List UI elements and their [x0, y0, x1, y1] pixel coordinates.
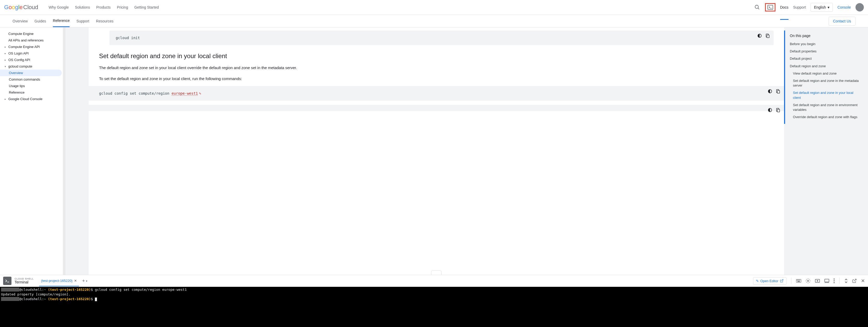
code-block-gcloud-init: gcloud init — [110, 31, 774, 45]
svg-rect-15 — [825, 279, 829, 282]
toc-item-4[interactable]: View default region and zone — [790, 70, 860, 77]
theme-toggle-icon[interactable] — [757, 33, 762, 38]
main-header: Google Cloud Why Google Solutions Produc… — [0, 0, 868, 15]
sidebar-item-9[interactable]: Reference — [0, 89, 65, 96]
code-block-partial — [89, 105, 784, 111]
gear-icon[interactable] — [805, 278, 811, 284]
subnav-support[interactable]: Support — [76, 16, 89, 27]
monitor-icon[interactable] — [824, 278, 830, 283]
sidebar-item-label: Common commands — [9, 78, 40, 81]
close-shell-icon[interactable]: ✕ — [861, 278, 865, 284]
caret-icon: ▸ — [5, 52, 7, 55]
toc-item-8[interactable]: Override default region and zone with fl… — [790, 113, 860, 121]
svg-point-10 — [799, 280, 799, 280]
toc-item-2[interactable]: Default project — [790, 55, 860, 62]
sidebar-item-0[interactable]: Compute Engine — [0, 31, 65, 37]
sidebar-item-4[interactable]: ▸OS Config API — [0, 57, 65, 63]
svg-rect-4 — [777, 90, 780, 93]
sidebar-item-label: OS Config API — [8, 58, 30, 62]
toc-item-6[interactable]: Set default region and zone in your loca… — [790, 89, 860, 101]
sidebar-item-3[interactable]: ▸OS Login API — [0, 50, 65, 57]
user-avatar[interactable] — [856, 3, 864, 11]
sub-nav: Overview Guides Reference Support Resour… — [0, 15, 868, 27]
svg-point-12 — [808, 280, 809, 281]
nav-solutions[interactable]: Solutions — [75, 5, 90, 9]
close-icon[interactable]: ✕ — [74, 279, 77, 283]
web-preview-icon[interactable] — [815, 279, 820, 283]
svg-point-11 — [800, 280, 800, 280]
plus-icon: + — [82, 278, 85, 284]
copy-icon[interactable] — [776, 89, 780, 94]
nav-why-google[interactable]: Why Google — [49, 5, 69, 9]
caret-icon: ▾ — [5, 65, 7, 68]
toc-item-0[interactable]: Before you begin — [790, 40, 860, 48]
open-editor-button[interactable]: ✎ Open Editor — [753, 277, 786, 285]
sidebar-item-label: gcloud compute — [8, 64, 32, 68]
sidebar-item-6[interactable]: Overview — [0, 70, 62, 76]
subnav-resources[interactable]: Resources — [96, 16, 114, 27]
sidebar-item-10[interactable]: ▸Google Cloud Console — [0, 96, 65, 102]
chevron-down-icon: ▾ — [86, 279, 87, 283]
shell-header: CLOUD SHELL Terminal (test-project-16522… — [0, 275, 868, 287]
console-link[interactable]: Console — [837, 5, 851, 9]
copy-icon[interactable] — [765, 33, 770, 38]
contact-us-button[interactable]: Contact Us — [829, 17, 856, 26]
main-content: gcloud init Set default region and zone … — [89, 27, 784, 275]
nav-pricing[interactable]: Pricing — [117, 5, 128, 9]
code-prefix: gcloud config set compute/region — [99, 91, 172, 95]
cloud-shell-toggle-highlighted[interactable] — [765, 3, 775, 11]
svg-rect-6 — [796, 279, 801, 283]
google-cloud-logo[interactable]: Google Cloud — [4, 4, 38, 11]
toc-item-7[interactable]: Set default region and zone in environme… — [790, 101, 860, 113]
shell-terminal-label: Terminal — [14, 280, 34, 284]
main-layout: Compute EngineAll APIs and references▸Co… — [0, 27, 868, 275]
cloud-shell-icon — [3, 277, 11, 285]
subnav-reference[interactable]: Reference — [53, 15, 70, 27]
svg-rect-7 — [798, 281, 800, 282]
svg-point-9 — [798, 280, 798, 280]
shell-add-tab[interactable]: + ▾ — [82, 278, 87, 284]
edit-pencil-icon[interactable]: ✎ — [199, 91, 201, 95]
paragraph-1: The default region and zone set in your … — [99, 64, 774, 71]
keyboard-icon[interactable] — [796, 279, 801, 283]
support-link[interactable]: Support — [793, 5, 806, 9]
sidebar-item-2[interactable]: ▸Compute Engine API — [0, 43, 65, 50]
content-wrapper: gcloud init Set default region and zone … — [65, 27, 868, 275]
theme-toggle-icon[interactable] — [767, 108, 773, 113]
nav-products[interactable]: Products — [96, 5, 111, 9]
panel-drag-handle[interactable] — [431, 270, 441, 275]
cloud-shell-panel: CLOUD SHELL Terminal (test-project-16522… — [0, 275, 868, 327]
toc-item-5[interactable]: Set default region and zone in the metad… — [790, 77, 860, 89]
section-heading: Set default region and zone in your loca… — [99, 52, 774, 60]
logo-cloud-text: Cloud — [23, 4, 38, 11]
sidebar-item-1[interactable]: All APIs and references — [0, 37, 65, 43]
sidebar-item-label: Reference — [9, 90, 25, 94]
pencil-icon: ✎ — [756, 279, 759, 283]
subnav-guides[interactable]: Guides — [34, 16, 46, 27]
shell-tab-active[interactable]: (test-project-165220) ✕ — [39, 276, 79, 286]
svg-point-0 — [755, 5, 758, 9]
toc-item-3[interactable]: Default region and zone — [790, 63, 860, 70]
sidebar-item-5[interactable]: ▾gcloud compute — [0, 63, 65, 70]
subnav-overview[interactable]: Overview — [12, 16, 28, 27]
more-vert-icon[interactable] — [834, 278, 835, 283]
code-editable-region[interactable]: europe-west1 — [172, 91, 198, 96]
nav-getting-started[interactable]: Getting Started — [134, 5, 159, 9]
code-block-set-region: gcloud config set compute/region europe-… — [89, 86, 784, 101]
terminal-output[interactable]: xxxxxxxxx@cloudshell:~ (test-project-165… — [0, 287, 868, 327]
language-selector[interactable]: English ▾ — [811, 3, 833, 12]
search-icon[interactable] — [754, 4, 761, 10]
svg-point-17 — [834, 278, 835, 279]
copy-icon[interactable] — [776, 108, 780, 113]
new-window-icon[interactable] — [852, 278, 857, 283]
minimize-icon[interactable] — [844, 278, 848, 283]
top-nav: Why Google Solutions Products Pricing Ge… — [49, 5, 159, 9]
docs-link[interactable]: Docs — [780, 5, 788, 9]
chevron-down-icon: ▾ — [828, 5, 830, 9]
sidebar-item-7[interactable]: Common commands — [0, 76, 65, 83]
sidebar-item-8[interactable]: Usage tips — [0, 83, 65, 89]
toc-item-1[interactable]: Default properties — [790, 48, 860, 55]
table-of-contents: On this page Before you beginDefault pro… — [784, 31, 865, 124]
theme-toggle-icon[interactable] — [767, 89, 773, 94]
terminal-cursor — [95, 298, 97, 301]
